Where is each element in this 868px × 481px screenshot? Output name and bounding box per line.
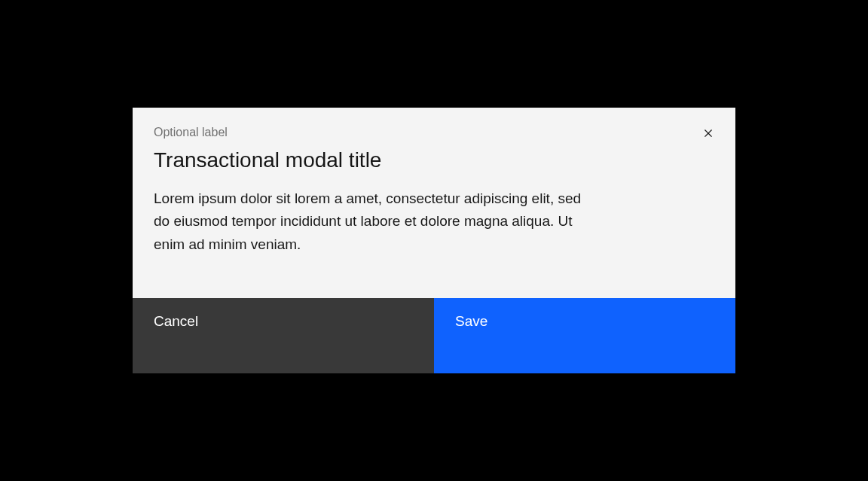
cancel-button[interactable]: Cancel: [133, 298, 434, 373]
save-button[interactable]: Save: [434, 298, 735, 373]
modal-body: Lorem ipsum dolor sit lorem a amet, cons…: [154, 187, 598, 256]
modal-footer: Cancel Save: [133, 298, 735, 373]
modal-content: Optional label Transactional modal title…: [133, 108, 735, 298]
close-icon: [701, 126, 716, 143]
svg-marker-0: [704, 129, 712, 137]
modal-title: Transactional modal title: [154, 148, 714, 172]
close-button[interactable]: [693, 120, 723, 150]
modal-optional-label: Optional label: [154, 126, 714, 139]
transactional-modal: Optional label Transactional modal title…: [133, 108, 735, 373]
